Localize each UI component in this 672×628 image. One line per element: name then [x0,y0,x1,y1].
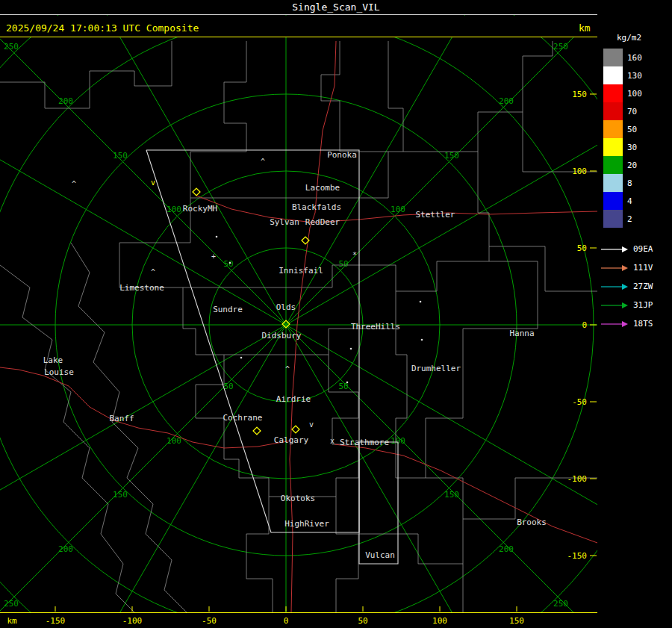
legend-panel: kg/m2 16013010070503020842 09EA111V27ZW3… [597,0,672,628]
city-label-strathmore: Strathmore [340,438,389,447]
legend-value: 50 [627,125,637,134]
range-spoke [286,37,573,325]
title-bar: Single_Scan_VIL [0,0,672,15]
legend-row: 160 [603,49,672,66]
range-ring-label: 50 [223,259,233,269]
legend-overlay-list: 09EA111V27ZW31JP18TS [597,240,672,333]
county-boundary [396,152,489,291]
legend-overlay-row: 18TS [600,314,672,333]
bottom-axis-label: 150 [509,616,524,626]
county-boundary [463,261,538,329]
legend-overlay-row: 111V [600,258,672,277]
range-spoke [83,0,287,325]
station-marker: ^ [261,158,265,166]
county-boundary [246,497,273,612]
range-spoke [0,37,286,325]
range-ring-label: 150 [113,490,128,500]
bottom-axis: km-150-100-50050100150 [0,612,672,628]
scan-sector-outline [359,442,398,564]
city-label-innisfail: Innisfail [279,266,323,276]
legend-swatch [603,192,623,210]
bottom-axis-label: 50 [358,616,367,626]
city-label-rockymh: RockyMH [183,204,217,214]
overlay-label: 27ZW [633,282,653,291]
radar-viewer-window: 5010015020025050100150200250501001502002… [0,0,672,628]
legend-row: 100 [603,84,672,102]
range-ring-label: 100 [167,205,181,214]
header-bar: 2025/09/24 17:00:13 UTC Composite km [0,16,597,37]
range-ring-label: 150 [113,151,128,161]
overlay-arrow-icon [600,264,629,273]
overlay-label: 09EA [633,244,653,254]
legend-swatch [603,210,623,228]
station-marker: ^ [151,268,155,276]
legend-overlay-row: 27ZW [600,277,672,296]
bottom-axis-label: -150 [46,616,66,626]
highway-line [335,444,597,543]
right-axis-label: -150 [567,551,588,561]
legend-swatch [603,84,623,102]
legend-swatch [603,66,623,84]
radar-site-icon [253,427,261,435]
county-boundary [71,243,187,612]
range-ring-label: 150 [444,490,459,500]
legend-unit-label: kg/m2 [617,33,672,43]
right-axis-unit: km [579,22,591,34]
station-dot [421,339,423,341]
county-boundary [0,265,134,612]
station-dot [350,348,352,350]
legend-value: 2 [627,214,632,224]
radar-map[interactable]: 5010015020025050100150200250501001502002… [0,0,597,612]
overlay-arrow-icon [600,245,629,254]
county-boundary [426,329,463,478]
legend-row: 2 [603,210,672,228]
range-ring-label: 150 [444,151,459,161]
bottom-axis-label: -100 [122,616,143,626]
county-boundary [336,497,358,612]
legend-value: 130 [627,71,642,81]
range-ring-label: 250 [4,42,19,52]
city-label-lacombe: Lacombe [305,183,340,193]
legend-overlay-row: 09EA [600,240,672,258]
county-boundary [396,291,407,478]
station-dot [346,382,349,384]
legend-value: 20 [627,161,637,170]
range-ring-label: 200 [58,544,73,554]
overlay-arrow-icon [600,282,629,291]
range-spoke [286,325,597,529]
city-label-reddeer: RedDeer [305,217,340,227]
range-ring-label: 50 [223,382,233,391]
legend-value: 8 [627,178,632,188]
city-label-threehills: ThreeHills [351,322,400,332]
station-dot [229,262,231,264]
city-label-ponoka: Ponoka [327,150,357,160]
station-dot [420,301,422,303]
bottom-axis-label: -50 [202,616,217,626]
city-label-olds: Olds [276,302,296,312]
right-axis-label: 150 [572,90,587,99]
county-boundary [329,355,358,444]
bottom-axis-label: 0 [284,616,289,626]
station-dot [216,236,218,238]
overlay-label: 18TS [633,319,653,329]
county-boundary [523,112,597,172]
highway-line [0,367,291,448]
range-spoke [286,0,490,325]
city-label-vulcan: Vulcan [365,550,395,560]
bottom-axis-unit: km [7,616,17,626]
station-marker: * [352,251,357,259]
radar-site-icon [193,188,200,196]
legend-value: 70 [627,107,637,116]
window-title: Single_Scan_VIL [292,1,379,13]
legend-value: 30 [627,143,637,152]
range-spoke [0,325,286,612]
city-label-hanna: Hanna [509,329,534,338]
right-axis-label: 0 [582,320,587,330]
legend-swatch [603,156,623,174]
station-marker: + [211,252,216,261]
legend-swatch [603,120,623,138]
county-boundary [190,41,403,198]
timestamp-label: 2025/09/24 17:00:13 UTC Composite [6,22,199,34]
legend-row: 30 [603,138,672,156]
right-axis-label: 100 [572,167,587,176]
